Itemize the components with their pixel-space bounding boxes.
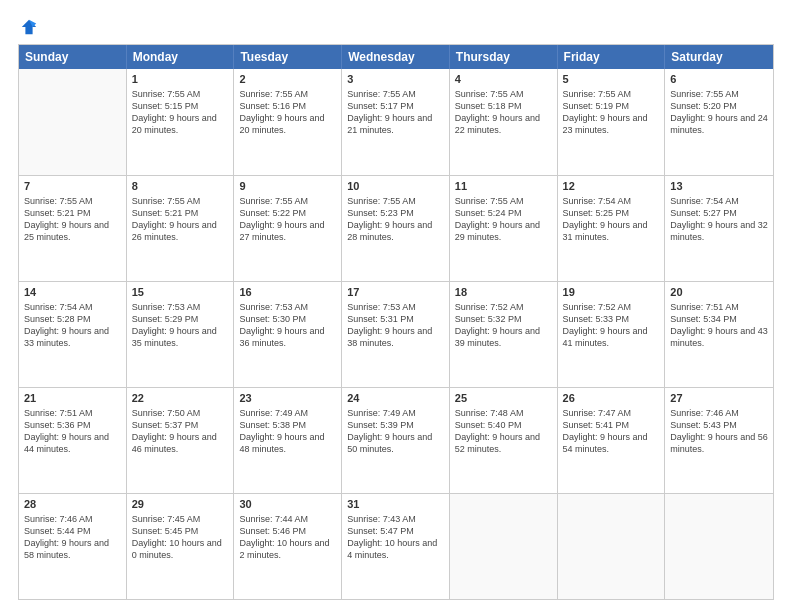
day-number: 5 <box>563 72 660 87</box>
day-info: Sunrise: 7:51 AMSunset: 5:34 PMDaylight:… <box>670 301 768 350</box>
calendar-day-25: 25Sunrise: 7:48 AMSunset: 5:40 PMDayligh… <box>450 388 558 493</box>
calendar-day-2: 2Sunrise: 7:55 AMSunset: 5:16 PMDaylight… <box>234 69 342 175</box>
day-number: 30 <box>239 497 336 512</box>
day-number: 16 <box>239 285 336 300</box>
calendar-header-monday: Monday <box>127 45 235 69</box>
day-number: 11 <box>455 179 552 194</box>
calendar-day-26: 26Sunrise: 7:47 AMSunset: 5:41 PMDayligh… <box>558 388 666 493</box>
day-info: Sunrise: 7:55 AMSunset: 5:16 PMDaylight:… <box>239 88 336 137</box>
day-info: Sunrise: 7:48 AMSunset: 5:40 PMDaylight:… <box>455 407 552 456</box>
calendar-header-friday: Friday <box>558 45 666 69</box>
calendar-day-empty <box>558 494 666 599</box>
calendar-week-2: 7Sunrise: 7:55 AMSunset: 5:21 PMDaylight… <box>19 175 773 281</box>
day-number: 24 <box>347 391 444 406</box>
day-number: 3 <box>347 72 444 87</box>
calendar-day-22: 22Sunrise: 7:50 AMSunset: 5:37 PMDayligh… <box>127 388 235 493</box>
day-number: 18 <box>455 285 552 300</box>
calendar-day-10: 10Sunrise: 7:55 AMSunset: 5:23 PMDayligh… <box>342 176 450 281</box>
calendar-day-4: 4Sunrise: 7:55 AMSunset: 5:18 PMDaylight… <box>450 69 558 175</box>
day-number: 25 <box>455 391 552 406</box>
calendar-day-6: 6Sunrise: 7:55 AMSunset: 5:20 PMDaylight… <box>665 69 773 175</box>
day-info: Sunrise: 7:55 AMSunset: 5:23 PMDaylight:… <box>347 195 444 244</box>
calendar-day-13: 13Sunrise: 7:54 AMSunset: 5:27 PMDayligh… <box>665 176 773 281</box>
day-number: 21 <box>24 391 121 406</box>
day-info: Sunrise: 7:43 AMSunset: 5:47 PMDaylight:… <box>347 513 444 562</box>
day-info: Sunrise: 7:49 AMSunset: 5:38 PMDaylight:… <box>239 407 336 456</box>
logo-bird-icon <box>20 18 38 36</box>
day-info: Sunrise: 7:53 AMSunset: 5:29 PMDaylight:… <box>132 301 229 350</box>
day-number: 1 <box>132 72 229 87</box>
calendar-day-9: 9Sunrise: 7:55 AMSunset: 5:22 PMDaylight… <box>234 176 342 281</box>
calendar-header-tuesday: Tuesday <box>234 45 342 69</box>
calendar-day-28: 28Sunrise: 7:46 AMSunset: 5:44 PMDayligh… <box>19 494 127 599</box>
calendar-header-sunday: Sunday <box>19 45 127 69</box>
calendar-week-5: 28Sunrise: 7:46 AMSunset: 5:44 PMDayligh… <box>19 493 773 599</box>
calendar-day-7: 7Sunrise: 7:55 AMSunset: 5:21 PMDaylight… <box>19 176 127 281</box>
calendar-day-24: 24Sunrise: 7:49 AMSunset: 5:39 PMDayligh… <box>342 388 450 493</box>
day-info: Sunrise: 7:55 AMSunset: 5:15 PMDaylight:… <box>132 88 229 137</box>
calendar-day-20: 20Sunrise: 7:51 AMSunset: 5:34 PMDayligh… <box>665 282 773 387</box>
day-number: 7 <box>24 179 121 194</box>
day-info: Sunrise: 7:45 AMSunset: 5:45 PMDaylight:… <box>132 513 229 562</box>
day-number: 2 <box>239 72 336 87</box>
calendar-day-11: 11Sunrise: 7:55 AMSunset: 5:24 PMDayligh… <box>450 176 558 281</box>
day-number: 17 <box>347 285 444 300</box>
day-number: 15 <box>132 285 229 300</box>
calendar-day-empty <box>665 494 773 599</box>
day-info: Sunrise: 7:49 AMSunset: 5:39 PMDaylight:… <box>347 407 444 456</box>
calendar-day-1: 1Sunrise: 7:55 AMSunset: 5:15 PMDaylight… <box>127 69 235 175</box>
calendar-day-18: 18Sunrise: 7:52 AMSunset: 5:32 PMDayligh… <box>450 282 558 387</box>
day-info: Sunrise: 7:55 AMSunset: 5:17 PMDaylight:… <box>347 88 444 137</box>
page: SundayMondayTuesdayWednesdayThursdayFrid… <box>0 0 792 612</box>
day-number: 19 <box>563 285 660 300</box>
day-number: 13 <box>670 179 768 194</box>
day-info: Sunrise: 7:50 AMSunset: 5:37 PMDaylight:… <box>132 407 229 456</box>
calendar-body: 1Sunrise: 7:55 AMSunset: 5:15 PMDaylight… <box>19 69 773 599</box>
calendar-day-14: 14Sunrise: 7:54 AMSunset: 5:28 PMDayligh… <box>19 282 127 387</box>
day-info: Sunrise: 7:55 AMSunset: 5:18 PMDaylight:… <box>455 88 552 137</box>
calendar-day-19: 19Sunrise: 7:52 AMSunset: 5:33 PMDayligh… <box>558 282 666 387</box>
calendar-day-30: 30Sunrise: 7:44 AMSunset: 5:46 PMDayligh… <box>234 494 342 599</box>
calendar-header: SundayMondayTuesdayWednesdayThursdayFrid… <box>19 45 773 69</box>
calendar-day-15: 15Sunrise: 7:53 AMSunset: 5:29 PMDayligh… <box>127 282 235 387</box>
day-info: Sunrise: 7:52 AMSunset: 5:32 PMDaylight:… <box>455 301 552 350</box>
calendar-day-empty <box>450 494 558 599</box>
calendar-header-wednesday: Wednesday <box>342 45 450 69</box>
svg-marker-0 <box>22 20 36 34</box>
day-number: 27 <box>670 391 768 406</box>
calendar-day-3: 3Sunrise: 7:55 AMSunset: 5:17 PMDaylight… <box>342 69 450 175</box>
calendar-week-3: 14Sunrise: 7:54 AMSunset: 5:28 PMDayligh… <box>19 281 773 387</box>
day-info: Sunrise: 7:54 AMSunset: 5:25 PMDaylight:… <box>563 195 660 244</box>
day-number: 4 <box>455 72 552 87</box>
calendar-week-4: 21Sunrise: 7:51 AMSunset: 5:36 PMDayligh… <box>19 387 773 493</box>
day-info: Sunrise: 7:44 AMSunset: 5:46 PMDaylight:… <box>239 513 336 562</box>
calendar-week-1: 1Sunrise: 7:55 AMSunset: 5:15 PMDaylight… <box>19 69 773 175</box>
calendar-day-5: 5Sunrise: 7:55 AMSunset: 5:19 PMDaylight… <box>558 69 666 175</box>
day-number: 8 <box>132 179 229 194</box>
day-info: Sunrise: 7:53 AMSunset: 5:31 PMDaylight:… <box>347 301 444 350</box>
day-info: Sunrise: 7:55 AMSunset: 5:20 PMDaylight:… <box>670 88 768 137</box>
day-number: 23 <box>239 391 336 406</box>
calendar-day-27: 27Sunrise: 7:46 AMSunset: 5:43 PMDayligh… <box>665 388 773 493</box>
calendar-day-31: 31Sunrise: 7:43 AMSunset: 5:47 PMDayligh… <box>342 494 450 599</box>
calendar-day-23: 23Sunrise: 7:49 AMSunset: 5:38 PMDayligh… <box>234 388 342 493</box>
day-info: Sunrise: 7:55 AMSunset: 5:24 PMDaylight:… <box>455 195 552 244</box>
day-number: 29 <box>132 497 229 512</box>
day-number: 14 <box>24 285 121 300</box>
day-number: 26 <box>563 391 660 406</box>
day-info: Sunrise: 7:55 AMSunset: 5:19 PMDaylight:… <box>563 88 660 137</box>
calendar-day-17: 17Sunrise: 7:53 AMSunset: 5:31 PMDayligh… <box>342 282 450 387</box>
day-number: 6 <box>670 72 768 87</box>
day-info: Sunrise: 7:55 AMSunset: 5:22 PMDaylight:… <box>239 195 336 244</box>
calendar-day-29: 29Sunrise: 7:45 AMSunset: 5:45 PMDayligh… <box>127 494 235 599</box>
day-info: Sunrise: 7:55 AMSunset: 5:21 PMDaylight:… <box>24 195 121 244</box>
day-info: Sunrise: 7:46 AMSunset: 5:43 PMDaylight:… <box>670 407 768 456</box>
day-number: 28 <box>24 497 121 512</box>
day-number: 9 <box>239 179 336 194</box>
day-info: Sunrise: 7:54 AMSunset: 5:27 PMDaylight:… <box>670 195 768 244</box>
day-number: 22 <box>132 391 229 406</box>
day-info: Sunrise: 7:53 AMSunset: 5:30 PMDaylight:… <box>239 301 336 350</box>
day-number: 31 <box>347 497 444 512</box>
header <box>18 18 774 36</box>
day-number: 20 <box>670 285 768 300</box>
